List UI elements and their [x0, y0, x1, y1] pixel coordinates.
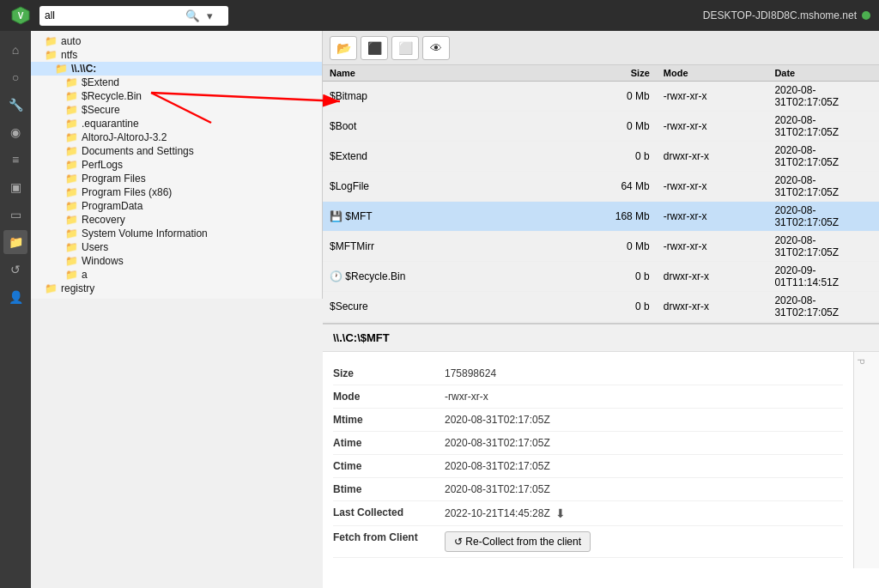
- search-dropdown[interactable]: ▾: [203, 8, 216, 24]
- file-date-cell: 2020-08-31T02:17:05Z: [767, 142, 879, 172]
- toolbar-export2-btn[interactable]: ⬜: [391, 36, 419, 60]
- tree-item-a[interactable]: 📁 a: [31, 268, 322, 282]
- tree-item-system-volume[interactable]: 📁 System Volume Information: [31, 227, 322, 240]
- rail-person[interactable]: 👤: [3, 285, 27, 309]
- search-input[interactable]: all: [45, 9, 182, 21]
- tree-item-c-drive[interactable]: 📁 \\.\\C:: [31, 62, 322, 76]
- file-size-cell: 64 Mb: [573, 172, 657, 202]
- table-row[interactable]: 🕐 $Recycle.Bin 0 b drwxr-xr-x 2020-09-01…: [323, 262, 879, 292]
- detail-value: 2022-10-21T14:45:28Z: [445, 507, 550, 519]
- table-row[interactable]: $Extend 0 b drwxr-xr-x 2020-08-31T02:17:…: [323, 142, 879, 172]
- rail-list[interactable]: ≡: [3, 148, 27, 172]
- rail-clock[interactable]: ↺: [3, 258, 27, 282]
- tree-label: Program Files: [82, 173, 146, 185]
- tree-item-recovery[interactable]: 📁 Recovery: [31, 213, 322, 227]
- folder-icon: 📁: [65, 214, 78, 226]
- table-row[interactable]: $LogFile 64 Mb -rwxr-xr-x 2020-08-31T02:…: [323, 172, 879, 202]
- detail-label: Atime: [333, 437, 445, 449]
- tree-item-ntfs[interactable]: 📁 ntfs: [31, 48, 322, 62]
- status-indicator: [862, 11, 870, 20]
- tree-item-extend[interactable]: 📁 $Extend: [31, 76, 322, 89]
- rail-shield[interactable]: ▣: [3, 175, 27, 199]
- tree-item-secure[interactable]: 📁 $Secure: [31, 103, 322, 117]
- tree-item-registry[interactable]: 📁 registry: [31, 282, 322, 295]
- file-size-cell: 0 Mb: [573, 82, 657, 112]
- search-button[interactable]: 🔍: [182, 8, 203, 24]
- col-header-name: Name: [323, 65, 573, 82]
- file-mode-cell: -rwxr-xr-x: [657, 202, 768, 232]
- rail-eye[interactable]: ◉: [3, 120, 27, 144]
- file-date-cell: 2020-08-31T02:17:05Z: [767, 202, 879, 232]
- file-name-cell: $Bitmap: [323, 82, 573, 112]
- toolbar-open-btn[interactable]: 📂: [330, 36, 357, 60]
- svg-text:V: V: [18, 11, 24, 21]
- tree-label: $Extend: [82, 76, 119, 88]
- folder-icon: 📁: [65, 104, 78, 116]
- rail-globe[interactable]: ○: [3, 65, 27, 89]
- rail-home[interactable]: ⌂: [3, 38, 27, 62]
- col-header-date: Date: [767, 65, 879, 82]
- export1-icon: ⬛: [367, 41, 382, 55]
- tree-label: .equarantine: [82, 118, 139, 130]
- tree-label: ProgramData: [82, 200, 142, 212]
- rail-monitor[interactable]: ▭: [3, 203, 27, 227]
- folder-icon: 📁: [65, 269, 78, 281]
- file-name: $LogFile: [330, 180, 369, 192]
- detail-row: Btime 2020-08-31T02:17:05Z: [333, 478, 843, 501]
- file-name-cell: $MFTMirr: [323, 232, 573, 262]
- tree-label: ntfs: [61, 49, 77, 61]
- table-row[interactable]: $MFTMirr 0 Mb -rwxr-xr-x 2020-08-31T02:1…: [323, 232, 879, 262]
- tree-item-windows[interactable]: 📁 Windows: [31, 254, 322, 268]
- detail-value-cell: 2022-10-21T14:45:28Z ⬇: [445, 506, 566, 520]
- file-table: Name Size Mode Date $Bitmap 0 Mb -rwxr-x…: [323, 65, 879, 323]
- sidebar: 📁 auto 📁 ntfs 📁 \\.\\C: 📁 $Extend 📁: [31, 31, 323, 299]
- file-date-cell: 2020-08-31T02:17:05Z: [767, 112, 879, 142]
- tree-label: PerfLogs: [82, 159, 123, 171]
- download-icon[interactable]: ⬇: [555, 506, 566, 520]
- file-name: $MFTMirr: [330, 240, 374, 252]
- tree-label: auto: [61, 35, 81, 47]
- rail-folder[interactable]: 📁: [3, 230, 27, 254]
- file-size-cell: 0 Mb: [573, 232, 657, 262]
- toolbar-export1-btn[interactable]: ⬛: [361, 36, 388, 60]
- rail-wrench[interactable]: 🔧: [3, 93, 27, 117]
- file-size-cell: 0 b: [573, 142, 657, 172]
- detail-label: Btime: [333, 483, 445, 495]
- tree-item-perflogs[interactable]: 📁 PerfLogs: [31, 158, 322, 172]
- col-header-size: Size: [573, 65, 657, 82]
- tree-item-recycle[interactable]: 📁 $Recycle.Bin: [31, 89, 322, 103]
- tree-label: AltoroJ-AltoroJ-3.2: [82, 131, 167, 143]
- folder-icon: 📁: [55, 63, 68, 75]
- detail-value-cell: 2020-08-31T02:17:05Z: [445, 437, 550, 449]
- tree-label: Users: [82, 241, 108, 253]
- file-size-cell: 0 Mb: [573, 112, 657, 142]
- file-size-cell: 0 b: [573, 262, 657, 292]
- file-mode-cell: -rwxr-xr-x: [657, 82, 768, 112]
- recollect-button[interactable]: ↺ Re-Collect from the client: [445, 531, 591, 552]
- detail-row: Fetch from Client ↺ Re-Collect from the …: [333, 526, 843, 558]
- clock-indicator-icon: 🕐: [330, 270, 343, 282]
- table-row[interactable]: $Bitmap 0 Mb -rwxr-xr-x 2020-08-31T02:17…: [323, 82, 879, 112]
- table-row[interactable]: $Secure 0 b drwxr-xr-x 2020-08-31T02:17:…: [323, 292, 879, 322]
- file-date-cell: 2020-08-31T02:17:05Z: [767, 172, 879, 202]
- tree-item-altoroj[interactable]: 📁 AltoroJ-AltoroJ-3.2: [31, 130, 322, 144]
- table-row[interactable]: 💾 $MFT 168 Mb -rwxr-xr-x 2020-08-31T02:1…: [323, 202, 879, 232]
- tree-item-auto[interactable]: 📁 auto: [31, 34, 322, 48]
- tree-item-equarantine[interactable]: 📁 .equarantine: [31, 117, 322, 130]
- toolbar-view-btn[interactable]: 👁: [422, 36, 450, 60]
- tree-item-programfiles[interactable]: 📁 Program Files: [31, 172, 322, 185]
- file-name-cell: $Secure: [323, 292, 573, 322]
- tree-item-programdata[interactable]: 📁 ProgramData: [31, 199, 322, 213]
- tree-label: $Secure: [82, 104, 120, 116]
- detail-value: 2020-08-31T02:17:05Z: [445, 483, 550, 495]
- tree-label: System Volume Information: [82, 227, 208, 239]
- folder-icon: 📁: [65, 131, 78, 143]
- table-row[interactable]: $Boot 0 Mb -rwxr-xr-x 2020-08-31T02:17:0…: [323, 112, 879, 142]
- tree-item-programfiles-x86[interactable]: 📁 Program Files (x86): [31, 185, 322, 199]
- detail-value-cell: 2020-08-31T02:17:05Z: [445, 483, 550, 495]
- tree-item-documents[interactable]: 📁 Documents and Settings: [31, 144, 322, 158]
- tree-label: registry: [61, 282, 94, 294]
- view-icon: 👁: [430, 41, 442, 55]
- detail-value-cell: -rwxr-xr-x: [445, 391, 488, 403]
- tree-item-users[interactable]: 📁 Users: [31, 240, 322, 254]
